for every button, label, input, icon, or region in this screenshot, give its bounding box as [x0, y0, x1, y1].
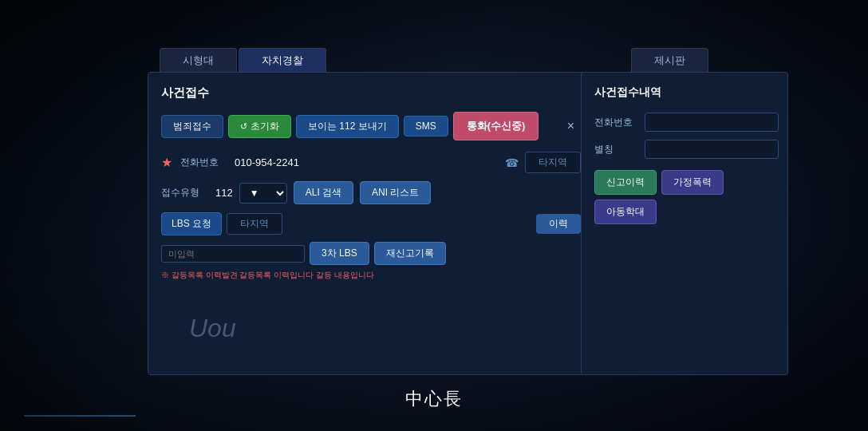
- type-label: 접수유형: [161, 186, 209, 200]
- right-panel-title: 사건접수내역: [594, 85, 775, 100]
- subtitle-text: 中心長: [0, 387, 868, 411]
- yiryeok-button[interactable]: 이력: [536, 214, 581, 234]
- star-icon: ★: [161, 155, 172, 170]
- ani-list-button[interactable]: ANI 리스트: [360, 181, 431, 204]
- top-tab-bar: 시형대 자치경찰: [160, 48, 326, 73]
- singo-yiryeok-button[interactable]: 신고이력: [594, 170, 657, 195]
- aidong-hakdae-button[interactable]: 아동학대: [594, 200, 657, 224]
- 3cha-lbs-button[interactable]: 3차 LBS: [310, 242, 369, 265]
- jaesingo-button[interactable]: 재신고기록: [374, 242, 446, 265]
- right-panel: 사건접수내역 전화번호 별칭 신고이력 가정폭력 아동학대: [581, 72, 788, 375]
- right-byeolching-input[interactable]: [645, 140, 779, 159]
- phone-label: 전화번호: [180, 156, 228, 169]
- tajikyeok-input[interactable]: 타지역: [525, 152, 581, 173]
- right-byeolching-label: 별칭: [594, 143, 638, 156]
- right-byeolching-row: 별칭: [594, 140, 775, 159]
- panel-title: 사건접수: [161, 85, 581, 101]
- lbs-row: LBS 요청 타지역 이력: [161, 212, 581, 235]
- close-button[interactable]: ×: [561, 117, 581, 135]
- right-phone-row: 전화번호: [594, 113, 775, 132]
- subtitle-line: [24, 415, 136, 417]
- sms-button[interactable]: SMS: [404, 116, 448, 136]
- type-value: 112: [215, 187, 233, 199]
- crime-reception-button[interactable]: 범죄접수: [161, 115, 223, 138]
- right-phone-input[interactable]: [645, 113, 779, 132]
- tab-sihyeongdae[interactable]: 시형대: [160, 48, 237, 73]
- phone-value: 010-954-2241: [235, 156, 299, 168]
- refresh-icon: ↺: [240, 121, 247, 132]
- uou-text: Uou: [189, 314, 236, 343]
- type-select[interactable]: ▼: [239, 183, 287, 204]
- visible112-button[interactable]: 보이는 112 보내기: [296, 115, 399, 138]
- ali-search-button[interactable]: ALI 검색: [294, 181, 353, 204]
- bottom-input-row: 3차 LBS 재신고기록: [161, 242, 581, 265]
- reception-type-row: 접수유형 112 ▼ ALI 검색 ANI 리스트: [161, 181, 581, 204]
- button-row: 범죄접수 ↺ 초기화 보이는 112 보내기 SMS 통화(수신중) ×: [161, 112, 581, 140]
- input-field[interactable]: [161, 245, 305, 263]
- init-button-label: 초기화: [251, 120, 279, 133]
- init-button[interactable]: ↺ 초기화: [228, 115, 291, 138]
- phone-row: ★ 전화번호 010-954-2241 ☎ 타지역: [161, 152, 581, 173]
- tajikyeok2-input[interactable]: 타지역: [227, 213, 282, 235]
- right-button-row: 신고이력 가정폭력 아동학대: [594, 170, 775, 224]
- call-button[interactable]: 통화(수신중): [453, 112, 539, 140]
- warning-text: ※ 갈등목록 이력발견 갈등목록 이력입니다 갈등 내용입니다: [161, 270, 581, 281]
- tab-jesipan[interactable]: 제시판: [631, 48, 708, 73]
- subtitle-bar: 中心長: [0, 387, 868, 411]
- tab-jachikeongatchal[interactable]: 자치경찰: [239, 48, 326, 73]
- screen-background: 시형대 자치경찰 제시판 사건접수 범죄접수 ↺ 초기화 보이는 112 보내기…: [0, 0, 868, 431]
- phone-icon: ☎: [505, 156, 519, 169]
- right-phone-label: 전화번호: [594, 116, 638, 129]
- lbs-request-button[interactable]: LBS 요청: [161, 212, 222, 235]
- gajung-pokryeok-button[interactable]: 가정폭력: [661, 170, 724, 195]
